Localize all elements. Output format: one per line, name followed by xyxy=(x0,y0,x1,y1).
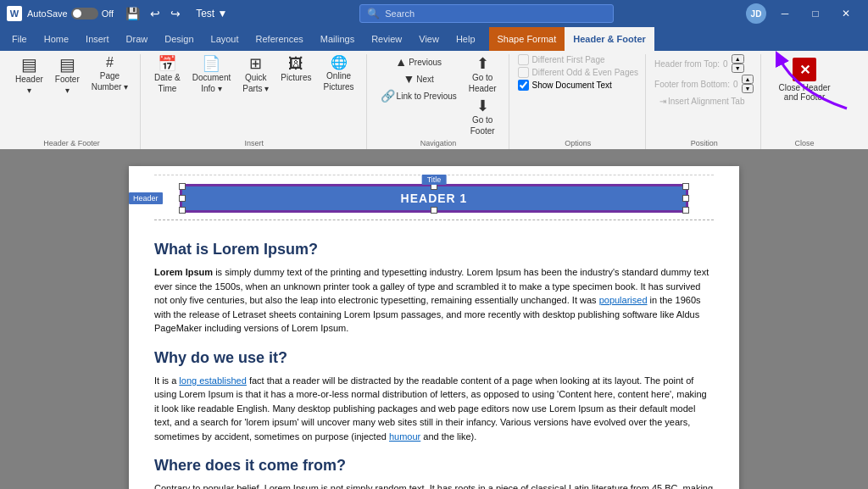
handle-tl[interactable] xyxy=(179,183,186,190)
tab-layout[interactable]: Layout xyxy=(203,27,248,51)
tab-view[interactable]: View xyxy=(410,27,448,51)
title-bar: W AutoSave Off 💾 ↩ ↪ Test ▼ 🔍 Search JD … xyxy=(0,0,868,27)
tab-file[interactable]: File xyxy=(3,27,36,51)
filename[interactable]: Test ▼ xyxy=(196,8,227,19)
navigation-buttons: ▲ Previous ▼ Next 🔗 Link to Previous ⬆ xyxy=(376,54,502,137)
page-number-sublabel: Number ▾ xyxy=(92,82,128,92)
tab-mailings[interactable]: Mailings xyxy=(312,27,363,51)
diff-odd-even-option[interactable]: Different Odd & Even Pages xyxy=(518,67,638,78)
minimize-button[interactable]: ─ xyxy=(770,0,800,27)
footer-icon: ▤ xyxy=(59,56,75,73)
footer-from-bottom-row: Footer from Bottom: 0 ▲ ▼ xyxy=(654,75,754,93)
handle-br[interactable] xyxy=(682,207,689,214)
autosave-label: AutoSave xyxy=(27,8,68,19)
insert-alignment-tab-button[interactable]: ⇥ Insert Alignment Tab xyxy=(654,95,749,108)
previous-label: Previous xyxy=(409,58,442,67)
online-pictures-label: Online xyxy=(326,71,351,81)
autosave-toggle[interactable] xyxy=(71,8,98,19)
header-top-spinners: ▲ ▼ xyxy=(732,54,744,73)
ribbon-group-insert: 📅 Date & Time 📄 Document Info ▾ ⊞ Quick … xyxy=(142,54,367,149)
quick-parts-button[interactable]: ⊞ Quick Parts ▾ xyxy=(237,54,274,95)
document-area[interactable]: Title HEADER 1 Header What is Lorem Ipsu… xyxy=(0,149,868,489)
diff-first-page-option[interactable]: Different First Page xyxy=(518,54,605,65)
search-placeholder: Search xyxy=(385,8,415,19)
tab-insert[interactable]: Insert xyxy=(77,27,118,51)
footer-bottom-up[interactable]: ▲ xyxy=(742,75,754,84)
handle-mr[interactable] xyxy=(682,195,689,202)
tab-design[interactable]: Design xyxy=(156,27,202,51)
ribbon-group-options: Different First Page Different Odd & Eve… xyxy=(511,54,646,149)
link-to-previous-button[interactable]: 🔗 Link to Previous xyxy=(376,88,462,103)
go-to-footer-button[interactable]: ⬇ Go to Footer xyxy=(464,97,502,137)
search-icon: 🔍 xyxy=(367,8,380,19)
pictures-button[interactable]: 🖼 Pictures xyxy=(275,54,316,84)
header-section[interactable]: Title HEADER 1 xyxy=(180,184,688,213)
doc-info-icon: 📄 xyxy=(202,56,220,71)
footer-bottom-down[interactable]: ▼ xyxy=(742,84,754,93)
online-pictures-button[interactable]: 🌐 Online Pictures xyxy=(318,54,359,93)
tab-review[interactable]: Review xyxy=(363,27,410,51)
handle-ml[interactable] xyxy=(179,195,186,202)
group-label-header-footer: Header & Footer xyxy=(10,137,133,147)
redo-icon[interactable]: ↪ xyxy=(167,5,184,22)
diff-first-page-checkbox[interactable] xyxy=(518,54,529,65)
footer-from-bottom-label: Footer from Bottom: xyxy=(654,80,730,89)
diff-odd-even-checkbox[interactable] xyxy=(518,67,529,78)
header-label: Header xyxy=(15,75,43,84)
close-header-footer-label: Close Headerand Footer xyxy=(778,83,830,102)
show-doc-text-checkbox[interactable] xyxy=(518,80,529,91)
goto-header-label: Go to xyxy=(472,73,492,82)
header-text: HEADER 1 xyxy=(401,192,468,205)
header-top-up[interactable]: ▲ xyxy=(732,54,744,64)
para-why-use: It is a long established fact that a rea… xyxy=(154,374,714,444)
handle-bm[interactable] xyxy=(431,207,437,214)
window-controls: ─ □ ✕ xyxy=(770,0,861,27)
tab-header-footer[interactable]: Header & Footer xyxy=(565,27,654,51)
show-doc-text-option[interactable]: Show Document Text xyxy=(518,80,612,91)
ribbon-group-navigation: ▲ Previous ▼ Next 🔗 Link to Previous ⬆ xyxy=(369,54,509,149)
close-buttons: ✕ Close Headerand Footer xyxy=(770,54,838,137)
word-logo: W xyxy=(7,6,22,21)
group-label-position: Position xyxy=(654,137,754,147)
header-footer-buttons: ▤ Header ▾ ▤ Footer ▾ # Page Number ▾ xyxy=(10,54,133,137)
link-to-previous-label: Link to Previous xyxy=(397,92,457,101)
undo-icon[interactable]: ↩ xyxy=(147,5,164,22)
tab-home[interactable]: Home xyxy=(36,27,77,51)
goto-footer-icon: ⬇ xyxy=(476,98,489,114)
header-button[interactable]: ▤ Header ▾ xyxy=(10,54,48,97)
tab-references[interactable]: References xyxy=(248,27,312,51)
close-button[interactable]: ✕ xyxy=(831,0,861,27)
tab-help[interactable]: Help xyxy=(448,27,484,51)
title-bar-icons: 💾 ↩ ↪ xyxy=(122,5,184,22)
date-time-button[interactable]: 📅 Date & Time xyxy=(149,54,186,95)
handle-bl[interactable] xyxy=(179,207,186,214)
handle-tr[interactable] xyxy=(682,183,689,190)
quick-parts-icon: ⊞ xyxy=(249,56,262,71)
maximize-button[interactable]: □ xyxy=(800,0,831,27)
footer-button[interactable]: ▤ Footer ▾ xyxy=(50,54,85,97)
next-icon: ▼ xyxy=(403,73,415,85)
previous-button[interactable]: ▲ Previous xyxy=(376,54,462,69)
user-avatar[interactable]: JD xyxy=(746,3,766,24)
doc-info-button[interactable]: 📄 Document Info ▾ xyxy=(187,54,236,95)
search-box[interactable]: 🔍 Search xyxy=(359,4,614,23)
next-button[interactable]: ▼ Next xyxy=(376,71,462,86)
link-popularised[interactable]: popularised xyxy=(599,295,648,305)
link-humour[interactable]: humour xyxy=(389,431,420,442)
header-top-down[interactable]: ▼ xyxy=(732,64,744,73)
close-x-icon: ✕ xyxy=(793,58,816,81)
options-checkboxes: Different First Page Different Odd & Eve… xyxy=(518,54,638,137)
footer-dropdown: ▾ xyxy=(65,86,70,95)
close-header-footer-button[interactable]: ✕ Close Headerand Footer xyxy=(770,54,838,105)
save-icon[interactable]: 💾 xyxy=(122,5,143,22)
tab-draw[interactable]: Draw xyxy=(118,27,157,51)
link-long-established[interactable]: long established xyxy=(179,375,247,386)
go-to-header-button[interactable]: ⬆ Go to Header xyxy=(464,54,502,95)
header-icon: ▤ xyxy=(21,56,37,73)
tab-shape-format[interactable]: Shape Format xyxy=(489,27,565,51)
page-number-label: Page xyxy=(100,71,120,81)
date-time-label: Date & xyxy=(154,73,181,82)
page-number-button[interactable]: # Page Number ▾ xyxy=(86,54,133,93)
header-from-top-row: Header from Top: 0 ▲ ▼ xyxy=(654,54,744,73)
group-label-navigation: Navigation xyxy=(376,137,502,147)
